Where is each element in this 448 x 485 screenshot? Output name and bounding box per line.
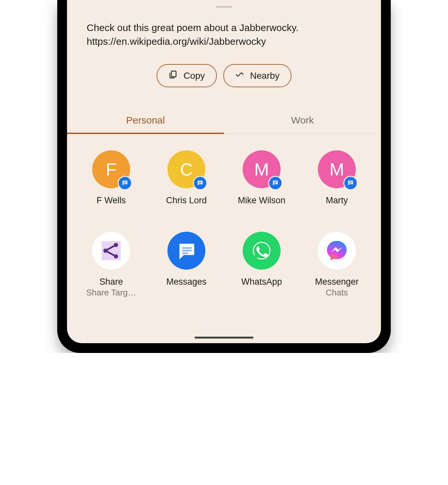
- nearby-button[interactable]: Nearby: [223, 64, 291, 87]
- svg-rect-14: [349, 183, 351, 184]
- contact-target[interactable]: M Marty: [302, 150, 371, 206]
- avatar-wrap: C: [167, 150, 205, 188]
- app-targets-row: Share Share Targ… Messages: [67, 206, 381, 298]
- share-text-line1: Check out this great poem about a Jabber…: [87, 21, 361, 35]
- svg-rect-6: [198, 181, 201, 182]
- share-preview-text: Check out this great poem about a Jabber…: [67, 8, 381, 48]
- tab-personal-label: Personal: [126, 115, 165, 125]
- app-name: Messenger: [315, 277, 359, 287]
- contact-targets-row: F F Wells C Chris Lord: [67, 134, 381, 206]
- copy-icon: [168, 70, 178, 81]
- app-target-messages[interactable]: Messages: [152, 232, 221, 298]
- tab-work[interactable]: Work: [224, 107, 381, 134]
- svg-rect-3: [123, 181, 126, 182]
- avatar-initial: M: [330, 159, 344, 179]
- contact-target[interactable]: M Mike Wilson: [227, 150, 296, 206]
- app-name: Messages: [166, 277, 206, 287]
- app-target-whatsapp[interactable]: WhatsApp: [227, 232, 296, 298]
- copy-button-label: Copy: [183, 71, 205, 81]
- nav-bar-handle[interactable]: [195, 337, 253, 339]
- svg-rect-23: [182, 252, 188, 254]
- avatar-initial: F: [106, 159, 117, 179]
- svg-rect-10: [274, 182, 277, 183]
- messages-icon: [167, 232, 205, 270]
- svg-rect-4: [123, 182, 126, 183]
- tab-bar: Personal Work: [67, 107, 381, 134]
- tab-personal[interactable]: Personal: [67, 107, 224, 134]
- contact-name: Mike Wilson: [238, 195, 285, 206]
- messenger-icon: [318, 232, 356, 270]
- svg-rect-0: [172, 71, 176, 77]
- share-icon: [92, 232, 130, 270]
- avatar-wrap: M: [318, 150, 356, 188]
- svg-rect-5: [123, 183, 125, 184]
- phone-frame: Check out this great poem about a Jabber…: [57, 0, 391, 353]
- svg-rect-13: [349, 182, 352, 183]
- whatsapp-icon: [243, 232, 281, 270]
- contact-name: Marty: [326, 195, 348, 206]
- copy-button[interactable]: Copy: [157, 64, 216, 87]
- messages-badge-icon: [118, 176, 132, 190]
- app-subtitle: Chats: [326, 288, 348, 298]
- avatar-initial: C: [180, 159, 193, 179]
- contact-name: Chris Lord: [166, 195, 207, 206]
- nearby-button-label: Nearby: [250, 71, 280, 81]
- share-sheet-screen: Check out this great poem about a Jabber…: [67, 0, 381, 343]
- svg-rect-7: [198, 182, 201, 183]
- messages-badge-icon: [268, 176, 283, 190]
- app-target-messenger[interactable]: Messenger Chats: [302, 232, 371, 298]
- share-text-line2: https://en.wikipedia.org/wiki/Jabberwock…: [87, 35, 361, 48]
- action-button-row: Copy Nearby: [67, 48, 381, 107]
- svg-rect-9: [274, 181, 277, 182]
- svg-point-1: [237, 75, 238, 76]
- contact-target[interactable]: F F Wells: [77, 150, 146, 206]
- tab-work-label: Work: [291, 115, 314, 125]
- app-name: WhatsApp: [241, 277, 282, 287]
- app-name: Share: [99, 277, 123, 287]
- svg-rect-21: [182, 247, 192, 249]
- svg-rect-8: [198, 183, 200, 184]
- contact-target[interactable]: C Chris Lord: [152, 150, 221, 206]
- app-subtitle: Share Targ…: [86, 288, 136, 298]
- svg-rect-12: [349, 181, 352, 182]
- messages-badge-icon: [343, 176, 358, 190]
- nearby-icon: [235, 70, 244, 81]
- app-target-share[interactable]: Share Share Targ…: [77, 232, 146, 298]
- contact-name: F Wells: [96, 195, 126, 206]
- avatar-wrap: F: [92, 150, 130, 188]
- svg-rect-22: [182, 250, 192, 251]
- svg-rect-11: [274, 183, 276, 184]
- avatar-initial: M: [254, 159, 269, 179]
- messages-badge-icon: [193, 176, 207, 190]
- svg-point-2: [241, 73, 242, 74]
- avatar-wrap: M: [243, 150, 281, 188]
